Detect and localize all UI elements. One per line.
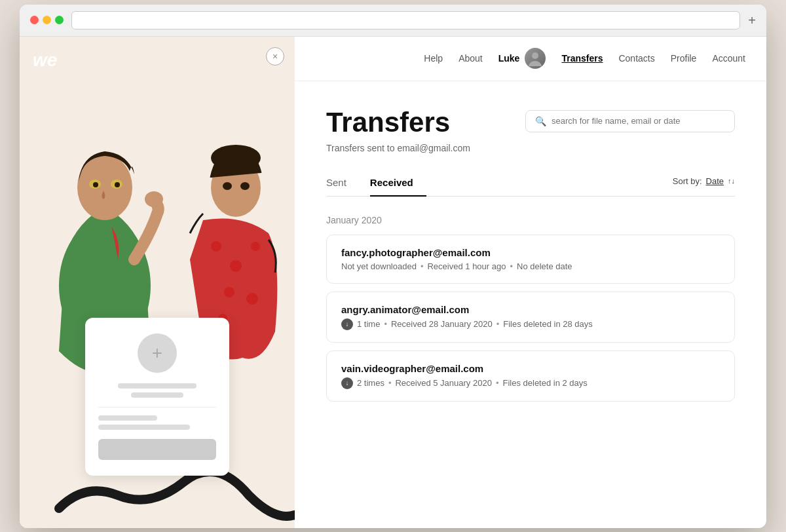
svg-point-10 — [251, 242, 260, 251]
main-content: Transfers 🔍 Transfers sent to email@gmai… — [295, 81, 766, 528]
section-january-2020: January 2020 fancy.photographer@email.co… — [326, 215, 735, 402]
transfer-received-3: Received 5 January 2020 — [395, 378, 491, 388]
nav-profile[interactable]: Profile — [671, 53, 697, 64]
card-avatar-circle[interactable]: + — [138, 333, 177, 373]
nav-bar: Help About Luke Transfers — [295, 37, 766, 81]
transfer-card-3[interactable]: vain.videographer@email.com ↓ 2 times • … — [326, 351, 735, 402]
search-box[interactable]: 🔍 — [525, 110, 735, 132]
tab-sent[interactable]: Sent — [326, 172, 360, 196]
svg-point-18 — [532, 52, 538, 59]
add-icon: + — [152, 344, 162, 362]
svg-point-17 — [240, 182, 250, 190]
transfer-status-3: 2 times — [357, 378, 384, 388]
search-icon: 🔍 — [535, 116, 546, 126]
svg-point-15 — [211, 145, 261, 171]
svg-point-16 — [223, 182, 232, 190]
new-tab-button[interactable]: + — [748, 14, 756, 27]
transfer-sender-1: fancy.photographer@email.com — [341, 247, 720, 258]
sort-field[interactable]: Date — [706, 176, 724, 186]
transfer-status-2: 1 time — [357, 319, 380, 329]
nav-about[interactable]: About — [458, 53, 483, 64]
transfer-status-1: Not yet downloaded — [341, 261, 417, 271]
transfer-meta-1: Not yet downloaded • Received 1 hour ago… — [341, 261, 720, 271]
dot-2: • — [510, 261, 513, 271]
dot-3: • — [384, 319, 387, 329]
address-bar[interactable] — [71, 11, 740, 29]
browser-dots — [30, 16, 64, 24]
transfer-sender-3: vain.videographer@email.com — [341, 363, 720, 374]
app-content: we × — [20, 37, 766, 528]
transfer-meta-3: ↓ 2 times • Received 5 January 2020 • Fi… — [341, 377, 720, 389]
transfer-card-1[interactable]: fancy.photographer@email.com Not yet dow… — [326, 235, 735, 284]
nav-transfers[interactable]: Transfers — [561, 53, 603, 64]
svg-point-6 — [115, 182, 120, 187]
search-input[interactable] — [552, 116, 725, 126]
sort-area: Sort by: Date ↑↓ — [673, 176, 735, 191]
transfer-meta-2: ↓ 1 time • Received 28 January 2020 • Fi… — [341, 318, 720, 330]
section-label: January 2020 — [326, 215, 735, 225]
transfer-card-2[interactable]: angry.animator@email.com ↓ 1 time • Rece… — [326, 292, 735, 343]
tab-received[interactable]: Received — [370, 172, 426, 196]
nav-avatar — [525, 48, 546, 69]
card-action-button[interactable] — [98, 439, 216, 460]
nav-username: Luke — [498, 53, 520, 64]
transfers-sections: January 2020 fancy.photographer@email.co… — [326, 215, 735, 402]
transfer-received-2: Received 28 January 2020 — [391, 319, 493, 329]
left-panel: we × — [20, 37, 295, 528]
card-line-3 — [98, 415, 157, 421]
card-line-4 — [98, 425, 190, 430]
transfer-delete-1: No delete date — [517, 261, 572, 271]
we-logo: we — [33, 50, 57, 71]
maximize-dot[interactable] — [55, 16, 64, 24]
dot-6: • — [496, 378, 499, 388]
svg-point-9 — [230, 260, 242, 272]
dot-1: • — [421, 261, 424, 271]
minimize-dot[interactable] — [43, 16, 51, 24]
svg-point-7 — [145, 191, 163, 207]
nav-account[interactable]: Account — [712, 53, 745, 64]
browser-window: + we × — [20, 5, 766, 528]
dot-5: • — [388, 378, 392, 388]
downloaded-icon-3: ↓ — [341, 377, 353, 389]
tabs-row: Sent Received Sort by: Date ↑↓ — [326, 172, 735, 197]
svg-point-11 — [224, 287, 234, 297]
close-dot[interactable] — [30, 16, 39, 24]
downloaded-icon-2: ↓ — [341, 318, 353, 330]
right-panel: Help About Luke Transfers — [295, 37, 766, 528]
transfer-delete-2: Files deleted in 28 days — [503, 319, 593, 329]
nav-contacts[interactable]: Contacts — [618, 53, 654, 64]
page-header: Transfers 🔍 — [326, 107, 735, 138]
svg-point-12 — [246, 293, 258, 305]
nav-avatar-image — [525, 48, 546, 69]
nav-help[interactable]: Help — [424, 53, 443, 64]
tabs: Sent Received — [326, 172, 437, 196]
card-separator — [98, 407, 216, 408]
transfer-sender-2: angry.animator@email.com — [341, 304, 720, 315]
upload-card: + — [85, 318, 229, 476]
sort-arrows-icon: ↑↓ — [728, 177, 735, 185]
svg-point-8 — [211, 241, 221, 252]
page-title: Transfers — [326, 107, 450, 138]
close-button[interactable]: × — [266, 47, 284, 66]
transfer-delete-3: Files deleted in 2 days — [502, 378, 587, 388]
card-lines-top — [98, 383, 216, 398]
dot-4: • — [496, 319, 500, 329]
card-lines-bottom — [98, 415, 216, 430]
sort-label: Sort by: — [673, 176, 702, 186]
card-avatar-area: + — [98, 333, 216, 373]
card-line-1 — [118, 383, 196, 389]
card-line-2 — [131, 392, 183, 398]
transfer-received-1: Received 1 hour ago — [427, 261, 506, 271]
page-subtitle: Transfers sent to email@gmail.com — [326, 143, 735, 153]
browser-chrome: + — [20, 5, 766, 37]
svg-point-5 — [93, 182, 98, 187]
nav-user: Luke — [498, 48, 546, 69]
